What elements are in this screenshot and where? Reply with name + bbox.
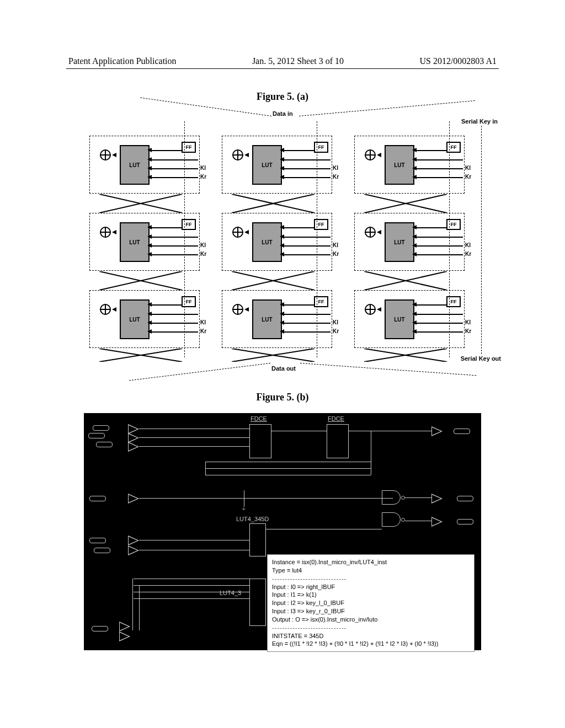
lut-box: LUT: [252, 299, 282, 339]
tooltip-instance: Instance = isx(0).Inst_micro_inv/LUT4_in…: [272, 558, 470, 566]
cell-r1c1: LUT FF Kl Kr: [89, 136, 200, 194]
arrow-icon: [244, 307, 249, 312]
arrow-icon: [112, 153, 116, 157]
ff-box: FF: [446, 142, 461, 153]
nand-gate-icon: [382, 512, 401, 527]
io-pad: [454, 429, 470, 434]
buffer-icon: [119, 631, 130, 641]
arrow-icon: [412, 166, 417, 170]
io-pad: [93, 425, 109, 431]
page-header: Patent Application Publication Jan. 5, 2…: [66, 0, 499, 69]
arrow-icon: [412, 320, 417, 325]
cross-icon: [99, 349, 182, 362]
arrow-icon: [112, 307, 116, 312]
tooltip-separator: -----------------------------: [272, 575, 470, 583]
inverter-bubble-icon: [401, 518, 405, 522]
cross-icon: [232, 194, 315, 213]
arrow-icon: [147, 243, 152, 248]
kl-label: Kl: [200, 242, 206, 248]
kr-label: Kr: [333, 174, 339, 180]
data-in-label: Data in: [273, 110, 293, 117]
buffer-icon: [128, 536, 139, 545]
arrow-icon: [147, 329, 152, 334]
tooltip-in1: Input : I1 => k(1): [272, 591, 470, 599]
arrow-icon: [147, 166, 152, 170]
cell-r2c1: LUT FF Kl Kr: [89, 213, 200, 271]
ff-box: FF: [182, 142, 196, 153]
arrow-icon: [412, 234, 417, 239]
kr-label: Kr: [465, 251, 471, 257]
tooltip-initstate: INITSTATE = 345D: [272, 632, 470, 640]
kr-label: Kr: [465, 328, 471, 334]
serial-key-in-label: Serial Key in: [461, 118, 498, 125]
kl-label: Kl: [465, 319, 471, 325]
arrow-icon: [412, 148, 417, 152]
tooltip-type: Type = lut4: [272, 566, 470, 575]
ff-box: FF: [446, 219, 461, 230]
kr-label: Kr: [333, 251, 339, 257]
ff-box: FF: [314, 219, 328, 230]
arrow-icon: [280, 302, 284, 307]
cell-r3c1: LUT FF Kl Kr: [89, 290, 200, 348]
xor-icon: [100, 227, 111, 238]
cross-icon: [364, 271, 447, 290]
lut4-2-box: [249, 579, 266, 626]
buffer-icon: [431, 517, 443, 527]
kl-label: Kl: [200, 165, 206, 171]
xor-icon: [232, 304, 243, 315]
kl-label: Kl: [465, 165, 471, 171]
figure-5a-title: Figure 5. (a): [0, 91, 565, 103]
cell-r3c2: LUT FF Kl Kr: [222, 290, 332, 348]
cross-icon: [364, 194, 447, 213]
arrow-icon: [147, 320, 152, 325]
kl-label: Kl: [200, 319, 206, 325]
lut4-1-label: LUT4_345D: [236, 516, 269, 522]
xor-icon: [365, 304, 376, 315]
buffer-icon: [119, 622, 130, 631]
kr-label: Kr: [333, 328, 339, 334]
arrow-icon: [377, 307, 381, 312]
arrow-icon: [280, 320, 284, 325]
cross-icon: [232, 271, 315, 290]
arrow-icon: [244, 153, 249, 157]
kl-label: Kl: [333, 165, 338, 171]
kr-label: Kr: [200, 174, 206, 180]
fdce1-label: FDCE: [250, 415, 267, 422]
xor-icon: [365, 227, 376, 238]
ff-box: FF: [182, 296, 196, 307]
nand-gate-icon: [382, 490, 401, 505]
xor-icon: [232, 149, 243, 160]
arrow-icon: [412, 175, 417, 179]
io-pad: [94, 548, 110, 553]
cross-icon: [99, 194, 182, 213]
arrow-icon: [147, 157, 152, 162]
arrow-icon: [280, 312, 284, 316]
arrow-icon: [147, 175, 152, 179]
lut-box: LUT: [252, 222, 282, 262]
cross-icon: [364, 349, 447, 362]
cell-r2c2: LUT FF Kl Kr: [222, 213, 332, 271]
arrow-icon: [280, 148, 284, 152]
serial-key-out-label: Serial Key out: [461, 355, 501, 362]
ff-box: FF: [314, 296, 328, 307]
arrow-icon: [147, 302, 152, 307]
cell-r1c2: LUT FF Kl Kr: [222, 136, 332, 194]
io-pad: [89, 538, 106, 543]
arrow-icon: [412, 329, 417, 334]
buffer-icon: [128, 545, 139, 555]
gnd-label: ⏚: [242, 506, 245, 511]
lut4-1-box: [249, 523, 266, 556]
arrow-icon: [377, 153, 381, 157]
arrow-icon: [280, 166, 284, 170]
tooltip-out: Output : O => isx(0).Inst_micro_inv/luto: [272, 615, 470, 624]
arrow-icon: [412, 157, 417, 162]
cross-icon: [232, 349, 315, 362]
lut-box: LUT: [385, 299, 414, 339]
cell-r3c3: LUT FF Kl Kr: [354, 290, 465, 348]
arrow-icon: [377, 230, 381, 234]
tooltip-in2: Input : I2 => key_l_0_IBUF: [272, 599, 470, 607]
cell-r1c3: LUT FF Kl Kr: [354, 136, 465, 194]
arrow-icon: [112, 230, 116, 234]
arrow-icon: [147, 225, 152, 229]
lut-box: LUT: [120, 299, 150, 339]
